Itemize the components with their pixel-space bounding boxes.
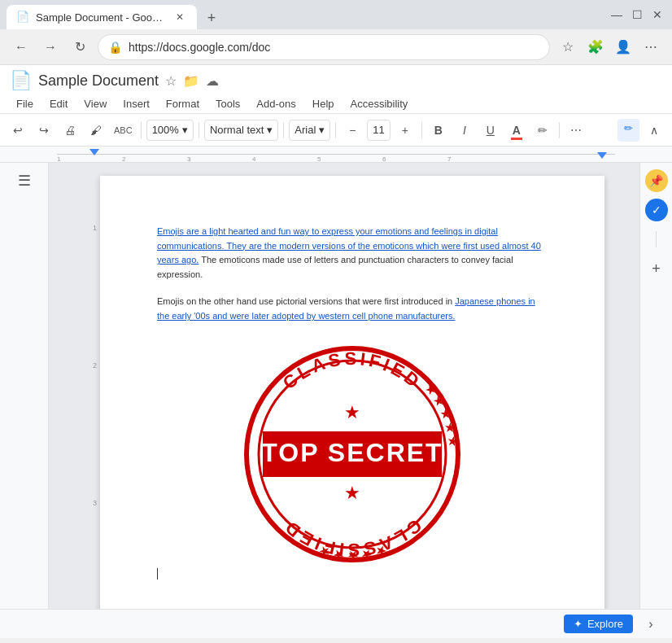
underline-button[interactable]: U [479, 119, 502, 142]
forward-button[interactable]: → [39, 36, 62, 59]
bottom-bar: ✦ Explore › [0, 609, 672, 638]
document-page[interactable]: Emojis are a light hearted and fun way t… [100, 176, 604, 609]
more-options-button[interactable]: ⋯ [565, 119, 587, 142]
increase-font-button[interactable]: + [394, 119, 417, 142]
menu-help[interactable]: Help [306, 94, 341, 113]
page-line-numbers: 1 2 3 4 5 [84, 176, 100, 596]
explore-plus-icon: ✦ [574, 618, 583, 630]
title-bar: 📄 Sample Document - Google Doc ✕ + — ☐ ✕ [0, 0, 672, 29]
font-value: Arial [295, 124, 316, 136]
svg-text:★: ★ [344, 402, 360, 422]
paragraph-1: Emojis are a light hearted and fun way t… [157, 225, 548, 282]
more-button[interactable]: ⋯ [639, 36, 662, 59]
right-separator [656, 231, 657, 247]
separator2 [199, 122, 199, 138]
menu-edit[interactable]: Edit [43, 94, 74, 113]
edit-mode-button[interactable]: ✏ [617, 119, 639, 142]
active-tab[interactable]: 📄 Sample Document - Google Doc ✕ [7, 5, 197, 29]
nav-right-icons: ☆ 🧩 👤 ⋯ [556, 36, 662, 59]
docs-menu-row: File Edit View Insert Format Tools Add-o… [10, 94, 662, 113]
minimize-button[interactable]: — [611, 8, 622, 21]
tab-title: Sample Document - Google Doc [36, 11, 166, 24]
line-num-1: 1 [84, 225, 97, 232]
move-doc-icon[interactable]: 📁 [183, 73, 199, 89]
separator6 [559, 122, 560, 138]
redo-button[interactable]: ↪ [33, 119, 55, 142]
undo-button[interactable]: ↩ [7, 119, 29, 142]
tab-area: 📄 Sample Document - Google Doc ✕ + [7, 0, 611, 29]
format-bar: ↩ ↪ 🖨 🖌 ABC 100% ▾ Normal text ▾ Arial ▾… [0, 114, 672, 147]
docs-title: Sample Document [38, 72, 159, 90]
decrease-font-button[interactable]: − [341, 119, 364, 142]
menu-tools[interactable]: Tools [209, 94, 247, 113]
separator3 [283, 122, 284, 138]
font-size-value: 11 [373, 124, 384, 136]
ruler: 1 2 3 4 5 6 7 [0, 147, 672, 163]
svg-text:CLASSIFIED: CLASSIFIED [279, 348, 425, 393]
font-size-select[interactable]: 11 [367, 120, 390, 141]
star-button[interactable]: ☆ [556, 36, 579, 59]
lock-icon: 🔒 [108, 41, 122, 54]
top-secret-text: TOP SECRET [261, 438, 443, 467]
docs-title-row: 📄 Sample Document ☆ 📁 ☁ [10, 70, 662, 91]
sidebar-left: ☰ [0, 163, 49, 609]
doc-container: ☰ 1 2 3 4 5 Emojis are a light hearted a… [0, 163, 672, 609]
close-button[interactable]: ✕ [652, 8, 662, 21]
zoom-chevron-icon: ▾ [182, 124, 188, 136]
line-num-3: 3 [84, 500, 97, 507]
star-doc-icon[interactable]: ☆ [165, 73, 177, 89]
extensions-button[interactable]: 🧩 [584, 36, 607, 59]
style-select[interactable]: Normal text ▾ [204, 120, 278, 141]
tab-close-button[interactable]: ✕ [172, 10, 187, 24]
separator5 [421, 122, 422, 138]
svg-text:★: ★ [344, 483, 360, 503]
menu-format[interactable]: Format [159, 94, 206, 113]
separator4 [335, 122, 336, 138]
keep-button[interactable]: 📌 [645, 169, 668, 192]
right-toolbar-icons: ✏ ∧ [617, 119, 665, 142]
paragraph-2: Emojis on the other hand use pictorial v… [157, 295, 548, 323]
sidebar-right: 📌 ✓ + [639, 163, 672, 609]
tab-favicon-icon: 📄 [16, 11, 29, 24]
bold-button[interactable]: B [427, 119, 450, 142]
docs-logo-icon: 📄 [10, 70, 32, 91]
menu-file[interactable]: File [10, 94, 40, 113]
paint-format-button[interactable]: 🖌 [85, 119, 107, 142]
account-button[interactable]: 👤 [612, 36, 635, 59]
docs-header: 📄 Sample Document ☆ 📁 ☁ File Edit View I… [0, 65, 672, 114]
style-value: Normal text [210, 124, 264, 136]
separator1 [141, 122, 142, 138]
text-color-button[interactable]: A [505, 119, 528, 142]
italic-button[interactable]: I [453, 119, 476, 142]
page-area: 1 2 3 4 5 Emojis are a light hearted and… [49, 163, 639, 609]
window-controls: — ☐ ✕ [611, 8, 665, 21]
new-tab-button[interactable]: + [200, 7, 223, 29]
zoom-select[interactable]: 100% ▾ [146, 120, 194, 141]
explore-button[interactable]: ✦ Explore [564, 615, 633, 633]
menu-view[interactable]: View [77, 94, 113, 113]
maximize-button[interactable]: ☐ [632, 8, 643, 21]
refresh-button[interactable]: ↻ [68, 36, 91, 59]
page-with-margin: 1 2 3 4 5 Emojis are a light hearted and… [84, 176, 604, 596]
print-button[interactable]: 🖨 [59, 119, 81, 142]
stamp-container: ★ ★ ★ ★ ★ CLASSIFIED [157, 340, 548, 568]
spellcheck-button[interactable]: ABC [111, 119, 136, 142]
back-button[interactable]: ← [10, 36, 33, 59]
add-button[interactable]: + [645, 257, 668, 280]
font-chevron-icon: ▾ [319, 124, 325, 136]
menu-addons[interactable]: Add-ons [250, 94, 302, 113]
menu-accessibility[interactable]: Accessibility [344, 94, 415, 113]
url-text: https://docs.google.com/doc [129, 41, 539, 54]
document-outline-icon[interactable]: ☰ [13, 169, 36, 192]
explore-label: Explore [587, 618, 623, 630]
menu-insert[interactable]: Insert [116, 94, 156, 113]
collapse-toolbar-button[interactable]: ∧ [643, 119, 665, 142]
font-select[interactable]: Arial ▾ [289, 120, 330, 141]
check-button[interactable]: ✓ [645, 199, 668, 221]
next-arrow-button[interactable]: › [639, 613, 662, 636]
cloud-doc-icon: ☁ [206, 73, 219, 89]
docs-title-icons: ☆ 📁 ☁ [165, 73, 219, 89]
address-bar[interactable]: 🔒 https://docs.google.com/doc [98, 34, 550, 60]
highlight-button[interactable]: ✏ [531, 119, 554, 142]
zoom-value: 100% [152, 124, 179, 136]
